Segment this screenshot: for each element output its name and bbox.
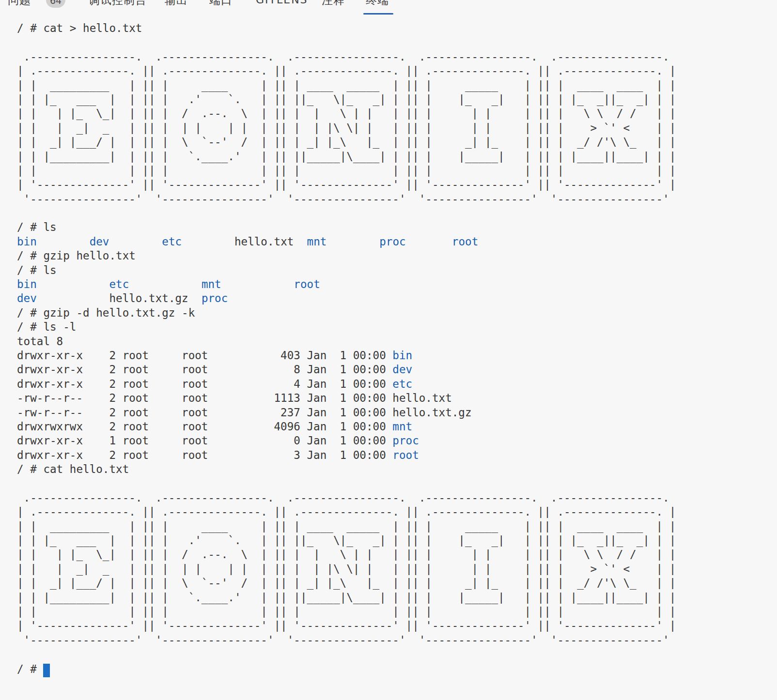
terminal-text: | '--------------' || '--------------' |… <box>17 619 676 632</box>
tab-ports[interactable]: 端口 <box>209 0 233 6</box>
terminal-text: -rw-r--r-- 2 root root 1113 Jan 1 00:00 … <box>17 392 452 404</box>
terminal-text: .----------------. .----------------. .-… <box>17 491 676 504</box>
terminal-text: | | |_________| | || | `.____.' | || ||_… <box>17 150 676 163</box>
directory-name: dev <box>17 292 37 304</box>
terminal-line: / # ls <box>17 263 777 277</box>
terminal-text: / # ls <box>17 221 57 233</box>
terminal-text: / # ls -l <box>17 320 76 333</box>
terminal-text: | | |_ ___ | | || | .' `. | || ||_ \|_ _… <box>17 534 676 547</box>
terminal-text: drwxr-xr-x 1 root root 0 Jan 1 00:00 <box>17 434 392 447</box>
terminal-line: / # gzip hello.txt <box>17 249 777 263</box>
terminal-text: / # cat > hello.txt <box>17 22 142 34</box>
terminal-text: | | | _| _ | || | | | | | | || | | |\ \|… <box>17 122 676 134</box>
tab-output[interactable]: 输出 <box>165 0 188 6</box>
terminal-text: drwxr-xr-x 2 root root 403 Jan 1 00:00 <box>17 349 392 362</box>
directory-name: root <box>294 278 320 290</box>
terminal-text: | | _________ | || | ____ | || | ____ __… <box>17 79 676 91</box>
tab-problems[interactable]: 问题 <box>8 0 31 6</box>
terminal-text <box>109 235 162 248</box>
terminal-line: -rw-r--r-- 2 root root 1113 Jan 1 00:00 … <box>17 391 777 405</box>
terminal-text <box>188 292 202 304</box>
directory-name: dev <box>392 363 412 376</box>
terminal-text <box>37 235 90 248</box>
ascii-banner-line: | | | |_ \_| | || | / .--. \ | || | | \ … <box>17 548 777 562</box>
terminal-line: / # ls <box>17 220 777 234</box>
terminal-text: -rw-r--r-- 2 root root 237 Jan 1 00:00 h… <box>17 406 472 419</box>
ascii-banner-line: | | |_ ___ | | || | .' `. | || ||_ \|_ _… <box>17 533 777 548</box>
tab-comments[interactable]: 注释 <box>322 0 345 6</box>
terminal-text <box>129 278 202 290</box>
directory-name: root <box>452 235 478 248</box>
terminal-text: drwxr-xr-x 2 root root 3 Jan 1 00:00 <box>17 449 392 461</box>
ascii-banner-line: | | _________ | || | ____ | || | ____ __… <box>17 519 777 533</box>
terminal-text: | | | _| _ | || | | | | | | || | | |\ \|… <box>17 563 676 575</box>
terminal[interactable]: / # cat > hello.txt .----------------. .… <box>0 15 777 676</box>
terminal-text: | | | || | | || | | || | | || | | | <box>17 164 676 177</box>
directory-name: root <box>392 449 419 461</box>
tab-terminal[interactable]: 终端 <box>366 0 389 6</box>
terminal-text: '----------------' '----------------' '-… <box>17 634 676 646</box>
problems-count-badge: 64 <box>46 0 65 8</box>
terminal-text: / # gzip hello.txt <box>17 249 136 262</box>
terminal-line: drwxr-xr-x 2 root root 4 Jan 1 00:00 etc <box>17 377 777 391</box>
terminal-text <box>326 235 379 248</box>
terminal-text: | | _| |___/ | | || | \ `--' / | || | _|… <box>17 136 676 148</box>
terminal-text <box>37 292 109 304</box>
terminal-text: hello.txt.gz <box>109 292 188 304</box>
terminal-line: -rw-r--r-- 2 root root 237 Jan 1 00:00 h… <box>17 406 777 420</box>
terminal-text: .----------------. .----------------. .-… <box>17 50 676 63</box>
terminal-line: bin etc mnt root <box>17 277 777 291</box>
directory-name: proc <box>392 434 419 447</box>
terminal-line <box>17 477 777 491</box>
ascii-banner-line: .----------------. .----------------. .-… <box>17 50 777 64</box>
terminal-line: dev hello.txt.gz proc <box>17 291 777 305</box>
terminal-text: / # cat hello.txt <box>17 463 129 475</box>
directory-name: etc <box>109 278 129 290</box>
terminal-line <box>17 206 777 220</box>
ascii-banner-line: '----------------' '----------------' '-… <box>17 633 777 647</box>
terminal-text: | | | || | | || | | || | | || | | | <box>17 605 676 618</box>
directory-name: bin <box>17 235 37 248</box>
directory-name: mnt <box>307 235 327 248</box>
terminal-text <box>221 278 294 290</box>
terminal-line: drwxr-xr-x 1 root root 0 Jan 1 00:00 pro… <box>17 434 777 448</box>
terminal-text: / # ls <box>17 264 57 276</box>
terminal-line: / # cat hello.txt <box>17 462 777 476</box>
terminal-text: drwxr-xr-x 2 root root 8 Jan 1 00:00 <box>17 363 392 376</box>
terminal-text: | | | |_ \_| | || | / .--. \ | || | | \ … <box>17 548 676 561</box>
ascii-banner-line: | | | || | | || | | || | | || | | | <box>17 605 777 619</box>
ascii-banner-line: | | |_ ___ | | || | .' `. | || ||_ \|_ _… <box>17 92 777 107</box>
terminal-line: drwxr-xr-x 2 root root 3 Jan 1 00:00 roo… <box>17 448 777 462</box>
directory-name: bin <box>392 349 412 362</box>
terminal-line: / # ls -l <box>17 320 777 334</box>
directory-name: proc <box>379 235 405 248</box>
ascii-banner-line: | | | _| _ | || | | | | | | || | | |\ \|… <box>17 562 777 576</box>
ascii-banner-line: | | | |_ \_| | || | / .--. \ | || | | \ … <box>17 107 777 121</box>
tab-debug-console[interactable]: 调试控制台 <box>89 0 147 6</box>
directory-name: bin <box>17 278 37 290</box>
ascii-banner-line: | | _| |___/ | | || | \ `--' / | || | _|… <box>17 135 777 149</box>
ascii-banner-line: | | _| |___/ | | || | \ `--' / | || | _|… <box>17 576 777 590</box>
terminal-text: | | _| |___/ | | || | \ `--' / | || | _|… <box>17 577 676 589</box>
ascii-banner-line: | | |_________| | || | `.____.' | || ||_… <box>17 591 777 605</box>
terminal-cursor <box>43 664 50 677</box>
terminal-line: drwxr-xr-x 2 root root 8 Jan 1 00:00 dev <box>17 363 777 377</box>
terminal-text <box>294 235 307 248</box>
terminal-text: hello.txt <box>234 235 294 248</box>
terminal-line: drwxr-xr-x 2 root root 403 Jan 1 00:00 b… <box>17 349 777 363</box>
directory-name: mnt <box>202 278 221 290</box>
ascii-banner-line: | .--------------. || .--------------. |… <box>17 64 777 78</box>
terminal-line <box>17 35 777 49</box>
active-tab-underline <box>363 13 393 15</box>
tab-gitlens[interactable]: GITLENS <box>256 0 308 6</box>
terminal-text: | | |_ ___ | | || | .' `. | || ||_ \|_ _… <box>17 93 676 106</box>
ascii-banner-line: | '--------------' || '--------------' |… <box>17 178 777 192</box>
ascii-banner-line: | | _________ | || | ____ | || | ____ __… <box>17 78 777 92</box>
ascii-banner-line: | .--------------. || .--------------. |… <box>17 505 777 519</box>
ascii-banner-line: '----------------' '----------------' '-… <box>17 192 777 206</box>
ascii-banner-line: | | | || | | || | | || | | || | | | <box>17 164 777 178</box>
terminal-text: | .--------------. || .--------------. |… <box>17 64 676 77</box>
terminal-line: / # cat > hello.txt <box>17 21 777 35</box>
terminal-text <box>406 235 452 248</box>
ascii-banner-line: | | |_________| | || | `.____.' | || ||_… <box>17 150 777 164</box>
